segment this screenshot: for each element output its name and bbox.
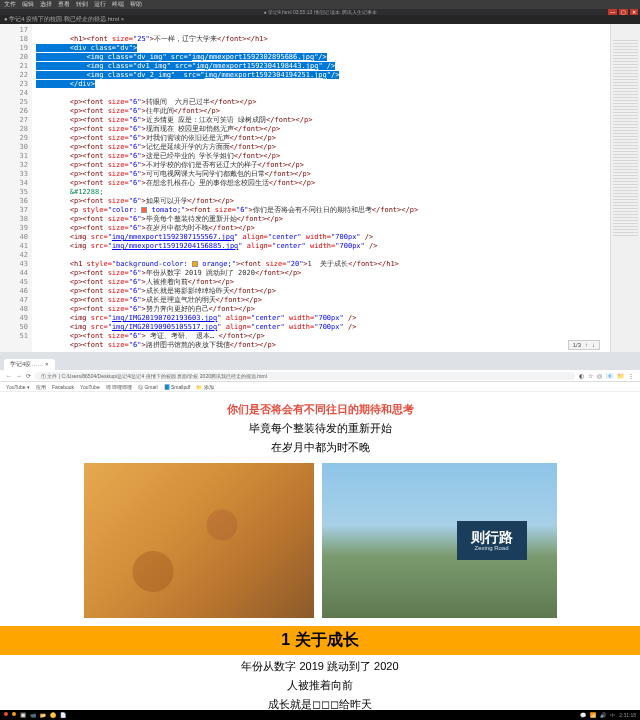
browser-tabs[interactable]: 学记4疫…… × bbox=[0, 358, 640, 370]
menu-select[interactable]: 选择 bbox=[40, 0, 52, 9]
close-icon[interactable]: ✕ bbox=[630, 9, 638, 15]
title-text: ● 学记4.html 03:55:13 情侣记 读本.腾讯人生记事本 bbox=[263, 9, 376, 15]
forward-icon[interactable]: → bbox=[16, 373, 22, 379]
road-sign: 则行路 Zexing Road bbox=[457, 521, 527, 561]
line-gutter: 1718192021222324252627282930313233343536… bbox=[0, 24, 32, 352]
menu-file[interactable]: 文件 bbox=[4, 0, 16, 9]
menu-go[interactable]: 转到 bbox=[76, 0, 88, 9]
image-puddle bbox=[84, 463, 314, 618]
tray-1[interactable]: 📶 bbox=[590, 712, 596, 718]
back-icon[interactable]: ← bbox=[6, 373, 12, 379]
menu-run[interactable]: 运行 bbox=[94, 0, 106, 9]
bm-5[interactable]: Ⓖ Gmail bbox=[138, 384, 157, 390]
ext-icon-1[interactable]: ◐ bbox=[579, 372, 584, 379]
bookmark-bar[interactable]: YouTube ▾ 应用 Facebook YouTube 哔 哔哩哔哩 Ⓖ G… bbox=[0, 382, 640, 392]
selection: <div class="dv"> <img class="dv_img" src… bbox=[36, 44, 339, 88]
tb-item-2[interactable]: 📂 bbox=[40, 712, 46, 718]
maximize-icon[interactable]: ▢ bbox=[619, 9, 628, 15]
bm-0[interactable]: YouTube ▾ bbox=[6, 384, 30, 390]
url-bar[interactable]: ← → ⟳ ① 文件 | C:/Users/86504/Desktop/总记4/… bbox=[0, 370, 640, 382]
minimize-icon[interactable]: — bbox=[608, 9, 617, 15]
editor-tab[interactable]: ● 学记4 疫情下的校园.我已经走的很远.html × bbox=[4, 15, 124, 24]
code-area[interactable]: <h1><font size="25">不一样，辽宁大学来</font></h1… bbox=[32, 24, 610, 352]
find-count: 1/3 bbox=[573, 342, 581, 348]
menu-icon[interactable]: ⋮ bbox=[628, 372, 634, 379]
page-viewport[interactable]: 你们是否将会有不同往日的期待和思考 毕竟每个整装待发的重新开始 在岁月中都为时不… bbox=[0, 392, 640, 710]
url-field[interactable]: ① 文件 | C:/Users/86504/Desktop/总记4/总记4 疫情… bbox=[35, 372, 575, 380]
bm-1[interactable]: 应用 bbox=[36, 384, 46, 390]
ext-icon-4[interactable]: 📧 bbox=[606, 372, 613, 379]
tray-clock[interactable]: 2:31:18 bbox=[619, 712, 636, 718]
browser-pane: 学记4疫…… × ← → ⟳ ① 文件 | C:/Users/86504/Des… bbox=[0, 350, 640, 710]
tb-item-4[interactable]: 📄 bbox=[60, 712, 66, 718]
tray-ime[interactable]: 中 bbox=[610, 712, 615, 718]
ext-icon-3[interactable]: ◎ bbox=[597, 372, 602, 379]
ext-icon-5[interactable]: 📁 bbox=[617, 372, 624, 379]
bm-7[interactable]: 📁 添加 bbox=[196, 384, 213, 390]
menu-edit[interactable]: 编辑 bbox=[22, 0, 34, 9]
para-2: 在岁月中都为时不晚 bbox=[0, 440, 640, 455]
browser-tab[interactable]: 学记4疫…… × bbox=[4, 359, 55, 370]
para-4: 人被推着向前 bbox=[0, 678, 640, 693]
sign-en: Zexing Road bbox=[471, 545, 513, 552]
para-3: 年份从数字 2019 跳动到了 2020 bbox=[0, 659, 640, 674]
tb-dot-2[interactable] bbox=[12, 712, 16, 716]
tb-dot-1[interactable] bbox=[4, 712, 8, 716]
editor-pane: 文件 编辑 选择 查看 转到 运行 终端 帮助 ● 学记4.html 03:55… bbox=[0, 0, 640, 350]
os-taskbar[interactable]: 🔲 📹 📂 🟡 📄 💬 📶 🔊 中 2:31:18 bbox=[0, 710, 640, 720]
window-controls[interactable]: — ▢ ✕ bbox=[608, 9, 638, 15]
find-prev-icon[interactable]: ↑ bbox=[585, 342, 588, 348]
title-bar: ● 学记4.html 03:55:13 情侣记 读本.腾讯人生记事本 — ▢ ✕ bbox=[0, 9, 640, 15]
tray-2[interactable]: 🔊 bbox=[600, 712, 606, 718]
image-roadsign: 则行路 Zexing Road bbox=[322, 463, 557, 618]
editor-body: 1718192021222324252627282930313233343536… bbox=[0, 24, 640, 352]
tray-0[interactable]: 💬 bbox=[580, 712, 586, 718]
para-5: 成长就是◻◻◻给昨天 bbox=[0, 697, 640, 710]
find-widget[interactable]: 1/3 ↑ ↓ bbox=[568, 340, 600, 350]
minimap[interactable] bbox=[610, 24, 640, 352]
image-row: 则行路 Zexing Road bbox=[0, 463, 640, 618]
find-next-icon[interactable]: ↓ bbox=[592, 342, 595, 348]
bm-2[interactable]: Facebook bbox=[52, 384, 74, 390]
tb-item-1[interactable]: 📹 bbox=[30, 712, 36, 718]
tb-item-0[interactable]: 🔲 bbox=[20, 712, 26, 718]
tab-bar[interactable]: ● 学记4 疫情下的校园.我已经走的很远.html × bbox=[0, 15, 640, 24]
menu-terminal[interactable]: 终端 bbox=[112, 0, 124, 9]
page-content: 你们是否将会有不同往日的期待和思考 毕竟每个整装待发的重新开始 在岁月中都为时不… bbox=[0, 392, 640, 710]
bm-4[interactable]: 哔 哔哩哔哩 bbox=[106, 384, 132, 390]
menu-bar[interactable]: 文件 编辑 选择 查看 转到 运行 终端 帮助 bbox=[0, 0, 640, 9]
menu-help[interactable]: 帮助 bbox=[130, 0, 142, 9]
star-icon[interactable]: ☆ bbox=[588, 372, 593, 379]
sign-cn: 则行路 bbox=[471, 529, 513, 546]
tb-item-3[interactable]: 🟡 bbox=[50, 712, 56, 718]
menu-view[interactable]: 查看 bbox=[58, 0, 70, 9]
bm-6[interactable]: 📘 Smallpdf bbox=[164, 384, 191, 390]
heading-red: 你们是否将会有不同往日的期待和思考 bbox=[0, 402, 640, 417]
bm-3[interactable]: YouTube bbox=[80, 384, 100, 390]
section-heading: 1 关于成长 bbox=[0, 626, 640, 655]
para-1: 毕竟每个整装待发的重新开始 bbox=[0, 421, 640, 436]
reload-icon[interactable]: ⟳ bbox=[26, 372, 31, 379]
